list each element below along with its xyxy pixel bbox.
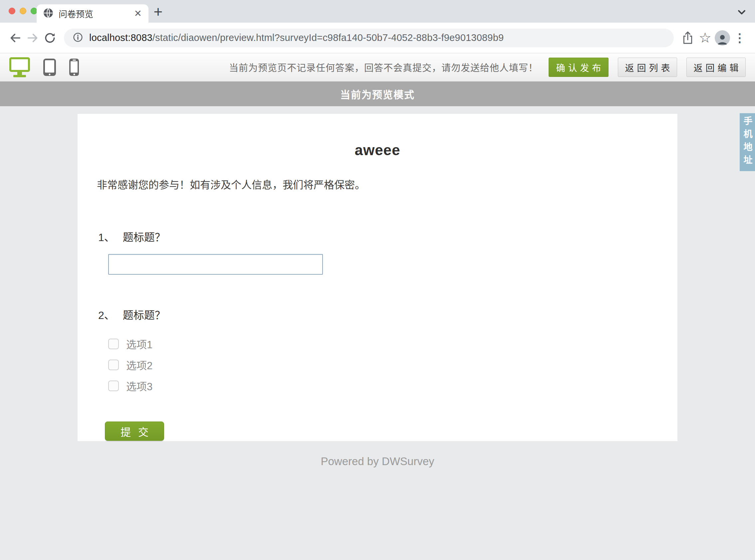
question-2: 2、题标题？ 选项1 选项2 选项3 <box>78 307 677 396</box>
back-to-edit-button[interactable]: 返回编辑 <box>687 58 746 77</box>
option-row[interactable]: 选项2 <box>108 354 677 375</box>
profile-avatar[interactable] <box>714 29 731 47</box>
zoom-window-button[interactable] <box>30 8 37 14</box>
powered-by-footer: Powered by DWSurvey <box>0 455 755 468</box>
url-path: /static/diaowen/preview.html?surveyId=c9… <box>152 32 504 43</box>
desktop-view-icon[interactable] <box>9 57 30 77</box>
page-content: aweee 非常感谢您的参与！如有涉及个人信息，我们将严格保密。 1、题标题？ … <box>0 114 755 560</box>
mobile-address-tab[interactable]: 手机地址 <box>740 113 755 171</box>
checkbox-option-3[interactable] <box>108 381 119 391</box>
forward-icon[interactable] <box>24 29 41 47</box>
avatar-icon <box>715 30 730 46</box>
close-window-button[interactable] <box>9 8 15 14</box>
option-row[interactable]: 选项1 <box>108 333 677 354</box>
survey-intro: 非常感谢您的参与！如有涉及个人信息，我们将严格保密。 <box>97 177 677 192</box>
new-tab-button[interactable]: + <box>149 3 167 21</box>
question-1-text-input[interactable] <box>108 254 323 275</box>
tablet-view-icon[interactable] <box>43 59 56 76</box>
browser-tab[interactable]: 问卷预览 ✕ <box>37 4 148 23</box>
option-1-label[interactable]: 选项1 <box>126 336 152 351</box>
phone-view-icon[interactable] <box>69 59 79 76</box>
url-text: localhost:8083/static/diaowen/preview.ht… <box>89 32 504 43</box>
question-1: 1、题标题？ <box>78 229 677 275</box>
close-tab-icon[interactable]: ✕ <box>134 8 142 19</box>
question-2-options: 选项1 选项2 选项3 <box>108 333 677 396</box>
reload-icon[interactable] <box>41 29 59 47</box>
question-2-title: 题标题？ <box>123 309 165 321</box>
share-icon[interactable] <box>679 29 696 47</box>
url-bar[interactable]: localhost:8083/static/diaowen/preview.ht… <box>64 28 674 47</box>
tab-title: 问卷预览 <box>59 7 130 20</box>
back-to-list-button[interactable]: 返回列表 <box>618 58 677 77</box>
page-info-icon[interactable] <box>73 32 83 44</box>
question-1-label: 1、题标题？ <box>98 229 677 244</box>
question-2-label: 2、题标题？ <box>98 307 677 322</box>
browser-navbar: localhost:8083/static/diaowen/preview.ht… <box>0 23 755 53</box>
option-row[interactable]: 选项3 <box>108 375 677 396</box>
checkbox-option-1[interactable] <box>108 339 119 349</box>
browser-menu-icon[interactable]: ⋮ <box>731 29 748 47</box>
traffic-lights <box>9 8 37 14</box>
survey-card: aweee 非常感谢您的参与！如有涉及个人信息，我们将严格保密。 1、题标题？ … <box>78 114 677 441</box>
question-1-number: 1、 <box>98 232 115 243</box>
question-2-number: 2、 <box>98 309 115 321</box>
preview-toolbar: 当前为预览页不记录任何答案，回答不会真提交，请勿发送给他人填写！ 确认发布 返回… <box>0 53 755 82</box>
back-icon[interactable] <box>7 29 24 47</box>
globe-favicon-icon <box>43 8 53 19</box>
preview-warning-text: 当前为预览页不记录任何答案，回答不会真提交，请勿发送给他人填写！ <box>229 61 538 74</box>
browser-tab-strip: 问卷预览 ✕ + <box>0 0 755 23</box>
chevron-down-icon[interactable] <box>736 6 748 18</box>
confirm-publish-button[interactable]: 确认发布 <box>549 58 609 77</box>
submit-button[interactable]: 提交 <box>105 421 164 441</box>
bookmark-star-icon[interactable]: ☆ <box>696 29 714 47</box>
checkbox-option-2[interactable] <box>108 360 119 370</box>
minimize-window-button[interactable] <box>20 8 26 14</box>
survey-title: aweee <box>78 142 677 159</box>
option-2-label[interactable]: 选项2 <box>126 357 152 372</box>
question-1-title: 题标题？ <box>123 232 165 243</box>
preview-mode-banner: 当前为预览模式 <box>0 82 755 106</box>
option-3-label[interactable]: 选项3 <box>126 378 152 393</box>
device-switcher <box>9 57 79 77</box>
url-host: localhost:8083 <box>89 32 152 43</box>
